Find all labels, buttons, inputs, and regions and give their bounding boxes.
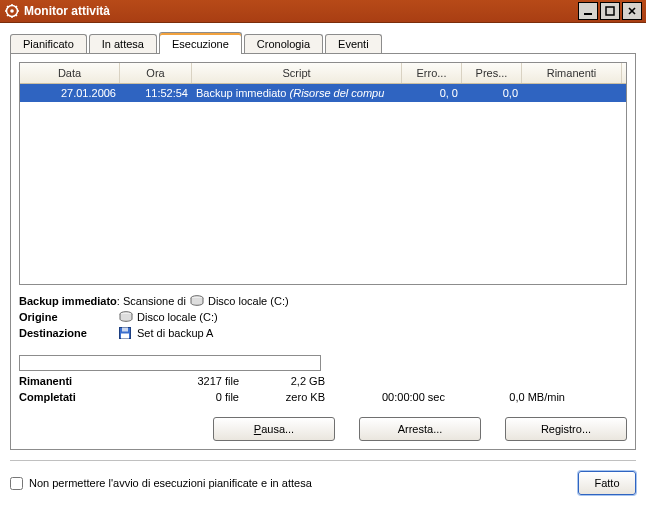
backup-disk: Disco locale (C:) [208, 293, 289, 309]
svg-line-6 [7, 6, 8, 7]
rimanenti-size: 2,2 GB [239, 375, 325, 387]
completati-label: Completati [19, 391, 76, 403]
rimanenti-files: 3217 file [149, 375, 239, 387]
backup-label: Backup immediato: Scansione di [19, 293, 186, 309]
window-title: Monitor attività [24, 4, 578, 18]
svg-line-7 [16, 15, 17, 16]
col-prestazioni[interactable]: Pres... [462, 63, 522, 83]
pause-button[interactable]: Pausa... [213, 417, 335, 441]
svg-line-9 [16, 6, 17, 7]
cell-errori: 0, 0 [402, 87, 462, 99]
minimize-button[interactable] [578, 2, 598, 20]
close-button[interactable] [622, 2, 642, 20]
stop-button[interactable]: Arresta... [359, 417, 481, 441]
tab-cronologia[interactable]: Cronologia [244, 34, 323, 53]
completati-files: 0 file [149, 391, 239, 403]
suppress-checkbox-input[interactable] [10, 477, 23, 490]
svg-rect-11 [606, 7, 614, 15]
tab-esecuzione[interactable]: Esecuzione [159, 32, 242, 54]
disk-icon [190, 295, 204, 307]
suppress-checkbox-label: Non permettere l'avvio di esecuzioni pia… [29, 477, 312, 489]
log-button[interactable]: Registro... [505, 417, 627, 441]
col-rimanenti[interactable]: Rimanenti [522, 63, 622, 83]
origine-label: Origine [19, 309, 115, 325]
tab-eventi[interactable]: Eventi [325, 34, 382, 53]
svg-rect-18 [121, 334, 129, 339]
disk-icon [119, 311, 133, 323]
svg-line-8 [7, 15, 8, 16]
col-errori[interactable]: Erro... [402, 63, 462, 83]
cell-ora: 11:52:54 [120, 87, 192, 99]
rimanenti-label: Rimanenti [19, 375, 72, 387]
cell-script: Backup immediato (Risorse del compu [192, 87, 402, 99]
activity-table: Data Ora Script Erro... Pres... Rimanent… [19, 62, 627, 285]
origine-value: Disco locale (C:) [137, 309, 218, 325]
throughput: 0,0 MB/min [445, 391, 565, 403]
destinazione-value: Set di backup A [137, 325, 213, 341]
action-buttons: Pausa... Arresta... Registro... [19, 417, 627, 441]
col-ora[interactable]: Ora [120, 63, 192, 83]
svg-rect-10 [584, 13, 592, 15]
table-body: 27.01.2006 11:52:54 Backup immediato (Ri… [20, 84, 626, 284]
tab-bar: Pianificato In attesa Esecuzione Cronolo… [10, 31, 636, 54]
elapsed-time: 00:00:00 sec [325, 391, 445, 403]
footer: Non permettere l'avvio di esecuzioni pia… [10, 460, 636, 495]
cell-prestazioni: 0,0 [462, 87, 522, 99]
info-block: Backup immediato: Scansione di Disco loc… [19, 293, 627, 341]
cell-data: 27.01.2006 [20, 87, 120, 99]
completati-size: zero KB [239, 391, 325, 403]
svg-point-1 [10, 9, 14, 13]
maximize-button[interactable] [600, 2, 620, 20]
progress-bar [19, 355, 321, 371]
svg-rect-17 [122, 328, 128, 332]
tab-pianificato[interactable]: Pianificato [10, 34, 87, 53]
progress-area: Rimanenti 3217 file 2,2 GB Completati 0 … [19, 355, 627, 403]
window-controls [578, 2, 642, 20]
table-header: Data Ora Script Erro... Pres... Rimanent… [20, 63, 626, 84]
tab-inattesa[interactable]: In attesa [89, 34, 157, 53]
title-bar: Monitor attività [0, 0, 646, 23]
client-area: Pianificato In attesa Esecuzione Cronolo… [0, 23, 646, 526]
suppress-checkbox[interactable]: Non permettere l'avvio di esecuzioni pia… [10, 477, 312, 490]
panel-esecuzione: Data Ora Script Erro... Pres... Rimanent… [10, 54, 636, 450]
done-button[interactable]: Fatto [578, 471, 636, 495]
app-gear-icon [4, 3, 20, 19]
floppy-icon [119, 327, 133, 339]
col-script[interactable]: Script [192, 63, 402, 83]
table-row[interactable]: 27.01.2006 11:52:54 Backup immediato (Ri… [20, 84, 626, 102]
col-data[interactable]: Data [20, 63, 120, 83]
destinazione-label: Destinazione [19, 325, 115, 341]
